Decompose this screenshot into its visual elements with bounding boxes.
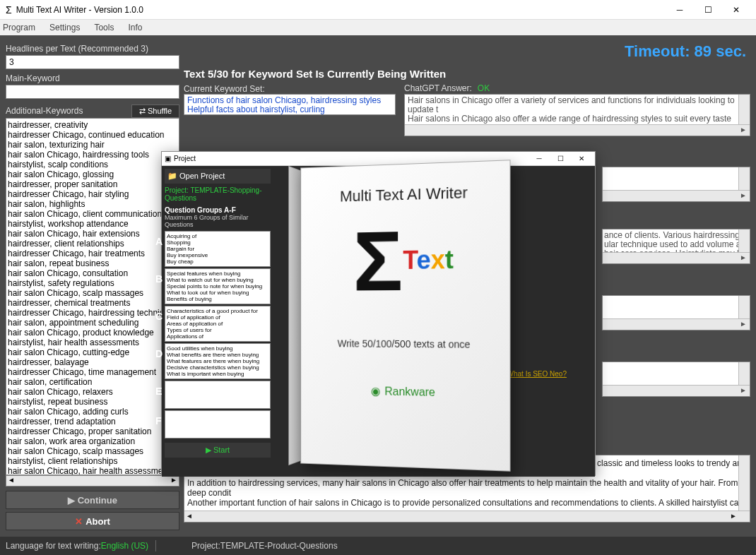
menu-tools[interactable]: Tools bbox=[94, 23, 114, 32]
keyword-row[interactable]: hairdresser Chicago, time management bbox=[8, 367, 177, 377]
keyword-row[interactable]: hair salon Chicago, glossing bbox=[8, 169, 177, 179]
ok-status: OK bbox=[478, 83, 490, 93]
menu-settings[interactable]: Settings bbox=[49, 23, 80, 32]
scrollbar-h[interactable] bbox=[184, 511, 750, 522]
keyword-row[interactable]: hairstylist, safety regulations bbox=[8, 278, 177, 288]
main-keyword-input[interactable] bbox=[6, 85, 179, 99]
keyword-row[interactable]: hairdresser, client relationships bbox=[8, 239, 177, 249]
scrollbar-h[interactable]: ► bbox=[603, 190, 750, 201]
current-keyword-set-box[interactable]: Functions of hair salon Chicago, hairdre… bbox=[184, 94, 396, 115]
maximize-button[interactable]: ☐ bbox=[694, 0, 722, 20]
group-d[interactable]: DGood utilities when buyingWhat benefits… bbox=[165, 343, 271, 379]
scrollbar-h[interactable]: ► bbox=[405, 124, 750, 136]
close-button[interactable]: ✕ bbox=[722, 0, 750, 20]
keyword-row[interactable]: hairdresser Chicago, proper sanitation bbox=[8, 426, 177, 436]
keyword-row[interactable]: hairdresser Chicago, hairdressing techni… bbox=[8, 308, 177, 318]
preview-box-3[interactable]: ► bbox=[602, 295, 750, 330]
keyword-row[interactable]: hair salon, texturizing hair bbox=[8, 140, 177, 150]
keyword-row[interactable]: hair salon Chicago, scalp massages bbox=[8, 446, 177, 456]
keyword-row[interactable]: hair salon Chicago, relaxers bbox=[8, 387, 177, 397]
keyword-row[interactable]: hairdresser, proper sanitation bbox=[8, 179, 177, 189]
start-button[interactable]: Start bbox=[165, 443, 271, 458]
preview-box-4[interactable]: ► bbox=[602, 362, 750, 397]
scrollbar-v[interactable] bbox=[738, 229, 750, 252]
app-icon: Σ bbox=[6, 4, 12, 16]
overlay-project-name: Project: TEMPLATE-Shopping-Questions bbox=[165, 186, 271, 202]
scrollbar-v[interactable] bbox=[738, 167, 750, 190]
additional-keywords-label: Additional-Keywords bbox=[6, 106, 83, 116]
keyword-row[interactable]: hair salon, certification bbox=[8, 377, 177, 387]
keywords-hscroll[interactable] bbox=[6, 475, 179, 487]
keyword-row[interactable]: hair salon, repeat business bbox=[8, 258, 177, 268]
keyword-row[interactable]: hairdresser Chicago, continued education bbox=[8, 130, 177, 140]
keyword-row[interactable]: hairdresser, trend adaptation bbox=[8, 417, 177, 426]
project-value: TEMPLATE-Product-Questions bbox=[220, 541, 338, 551]
keyword-row[interactable]: hairdresser Chicago, hair treatments bbox=[8, 249, 177, 258]
titlebar: Σ Multi Text AI Writer - Version 1.0.0 ─… bbox=[0, 0, 756, 20]
preview-box-1[interactable]: ► bbox=[602, 167, 750, 202]
keyword-row[interactable]: hair salon Chicago, consultation bbox=[8, 268, 177, 278]
keyword-row[interactable]: hairstylist, client relationships bbox=[8, 456, 177, 466]
project-label: Project: bbox=[191, 541, 220, 551]
project-overlay-window: ▣ Project ─ ☐ ✕ Open Project Project: TE… bbox=[161, 151, 596, 476]
keyword-row[interactable]: hair salon Chicago, adding curls bbox=[8, 407, 177, 417]
keyword-row[interactable]: hair salon Chicago, cutting-edge bbox=[8, 347, 177, 357]
keyword-row[interactable]: hair salon Chicago, hairdressing tools bbox=[8, 150, 177, 160]
overlay-maximize[interactable]: ☐ bbox=[550, 155, 571, 162]
keyword-row[interactable]: hair salon Chicago, hair extensions bbox=[8, 229, 177, 239]
keyword-row[interactable]: hair salon, appointment scheduling bbox=[8, 318, 177, 328]
cks-line: Helpful facts about hairstylist, curling bbox=[187, 105, 392, 114]
keyword-row[interactable]: hairstylist, repeat business bbox=[8, 397, 177, 407]
keyword-row[interactable]: hair salon Chicago, client communication bbox=[8, 209, 177, 219]
scrollbar-h[interactable]: ► bbox=[603, 385, 750, 396]
groups-subheader: Maximum 6 Groups of Similar Questions bbox=[165, 214, 271, 228]
headlines-input[interactable] bbox=[6, 55, 179, 69]
keyword-row[interactable]: hairdresser Chicago, hair styling bbox=[8, 189, 177, 199]
group-f[interactable]: F bbox=[165, 410, 271, 438]
keyword-row[interactable]: hairstylist, hair health assessments bbox=[8, 338, 177, 347]
abort-button[interactable]: ✕Abort bbox=[6, 512, 179, 530]
keyword-row[interactable]: hair salon, highlights bbox=[8, 199, 177, 209]
keyword-row[interactable]: hairdresser, balayage bbox=[8, 357, 177, 367]
window-title: Multi Text AI Writer - Version 1.0.0 bbox=[16, 5, 666, 15]
scrollbar-v[interactable] bbox=[738, 455, 750, 511]
main-keyword-label: Main-Keyword bbox=[6, 73, 179, 83]
menu-info[interactable]: Info bbox=[128, 23, 142, 32]
overlay-close[interactable]: ✕ bbox=[571, 155, 592, 162]
keyword-row[interactable]: hairdresser, chemical treatments bbox=[8, 298, 177, 308]
keyword-row[interactable]: hairstylist, scalp conditions bbox=[8, 160, 177, 169]
scrollbar-v[interactable] bbox=[738, 95, 750, 124]
keyword-row[interactable]: hair salon, work area organization bbox=[8, 436, 177, 446]
menu-program[interactable]: Program bbox=[3, 23, 35, 32]
text-line: In addition to hairdressing services, ma… bbox=[187, 478, 747, 498]
chatgpt-answer-box[interactable]: Hair salons in Chicago offer a variety o… bbox=[404, 94, 750, 136]
keyword-row[interactable]: hair salon Chicago, hair health assessme… bbox=[8, 466, 177, 475]
minimize-button[interactable]: ─ bbox=[666, 0, 694, 20]
scrollbar-v[interactable] bbox=[738, 362, 750, 385]
seo-neo-link[interactable]: What Is SEO Neo? bbox=[507, 370, 567, 378]
overlay-title: Project bbox=[174, 155, 196, 162]
shuffle-button[interactable]: ⇄ Shuffle bbox=[131, 105, 179, 118]
scrollbar-v[interactable] bbox=[738, 296, 750, 318]
group-b[interactable]: BSpecial features when buyingWhat to wat… bbox=[165, 268, 271, 304]
scrollbar-h[interactable]: ► bbox=[603, 318, 750, 330]
group-a[interactable]: AAcquiring ofShoppingBargain forBuy inex… bbox=[165, 231, 271, 267]
overlay-minimize[interactable]: ─ bbox=[528, 155, 550, 162]
keyword-row[interactable]: hairdresser, creativity bbox=[8, 120, 177, 130]
keyword-row[interactable]: hairstylist, workshop attendance bbox=[8, 219, 177, 229]
abort-label: Abort bbox=[85, 516, 110, 527]
scrollbar-h[interactable]: ► bbox=[603, 252, 750, 263]
language-value: English (US) bbox=[101, 541, 148, 551]
group-c[interactable]: CCharacteristics of a good product forFi… bbox=[165, 306, 271, 342]
preview-box-2[interactable]: ance of clients. Various hairdressing s … bbox=[602, 229, 750, 264]
open-project-button[interactable]: Open Project bbox=[165, 169, 271, 184]
continue-button[interactable]: ▶ Continue bbox=[6, 491, 179, 509]
group-e[interactable]: E bbox=[165, 381, 271, 409]
keyword-row[interactable]: hair salon Chicago, scalp massages bbox=[8, 288, 177, 298]
keyword-row[interactable]: hair salon Chicago, product knowledge bbox=[8, 328, 177, 338]
overlay-icon: ▣ bbox=[165, 155, 171, 162]
keywords-list[interactable]: hairdresser, creativityhairdresser Chica… bbox=[6, 118, 179, 475]
headlines-label: Headlines per Text (Recommended 3) bbox=[6, 44, 179, 54]
answer-line: Hair salons in Chicago offer a variety o… bbox=[408, 96, 747, 114]
chatgpt-answer-label: ChatGPT Answer: bbox=[404, 83, 472, 93]
